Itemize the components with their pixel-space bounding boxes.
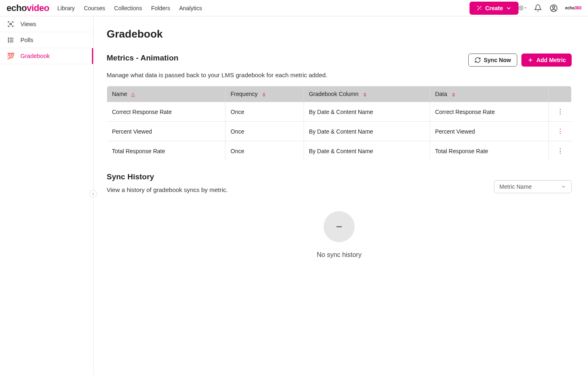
cell-name: Correct Response Rate (107, 102, 226, 122)
top-nav: Library Courses Collections Folders Anal… (57, 5, 464, 11)
cell-frequency: Once (226, 122, 304, 141)
col-header-gradebook-column[interactable]: Gradebook Column (304, 86, 430, 102)
cell-column: By Date & Content Name (304, 102, 430, 122)
cell-name: Percent Viewed (107, 122, 226, 141)
notifications-icon[interactable] (534, 4, 542, 12)
main-content: Gradebook Metrics - Animation Sync Now A… (94, 16, 588, 375)
sidebar-item-label: Polls (20, 37, 33, 43)
empty-state-icon (324, 211, 355, 242)
metrics-title: Metrics - Animation (107, 54, 179, 62)
chevron-down-icon (505, 5, 512, 11)
nav-folders[interactable]: Folders (151, 5, 170, 11)
nav-analytics[interactable]: Analytics (179, 5, 202, 11)
cell-frequency: Once (226, 141, 304, 161)
col-header-name[interactable]: Name △ (107, 86, 226, 102)
create-button[interactable]: Create (470, 2, 519, 15)
cell-data: Total Response Rate (430, 141, 548, 161)
svg-point-0 (521, 7, 522, 9)
row-actions-menu[interactable]: ⋮ (557, 147, 563, 154)
logo[interactable]: echovideo (7, 3, 49, 13)
add-metric-label: Add Metric (537, 57, 566, 63)
metric-select-label: Metric Name (499, 183, 532, 190)
sort-icon (451, 92, 456, 97)
sync-history-title: Sync History (107, 172, 228, 181)
svg-point-5 (8, 38, 9, 39)
refresh-icon (474, 57, 481, 63)
svg-point-3 (552, 6, 554, 8)
sort-icon (362, 92, 367, 97)
metrics-subtitle: Manage what data is passed back to your … (107, 71, 572, 78)
table-row: Correct Response Rate Once By Date & Con… (107, 102, 572, 122)
plus-icon (527, 57, 534, 63)
sort-icon (262, 92, 266, 97)
cell-data: Correct Response Rate (430, 102, 548, 122)
sidebar-item-gradebook[interactable]: 💯 Gradebook (0, 48, 93, 64)
svg-marker-1 (525, 8, 526, 9)
sync-now-button[interactable]: Sync Now (468, 54, 517, 67)
row-actions-menu[interactable]: ⋮ (557, 128, 563, 135)
cell-frequency: Once (226, 102, 304, 122)
nav-courses[interactable]: Courses (84, 5, 105, 11)
sidebar-collapse-handle[interactable]: ‹ (89, 190, 97, 197)
svg-point-7 (8, 40, 9, 41)
svg-rect-8 (10, 40, 13, 40)
sidebar-item-views[interactable]: Views (0, 16, 93, 32)
page-title: Gradebook (107, 28, 572, 40)
empty-state-text: No sync history (107, 251, 572, 259)
magic-wand-icon (476, 5, 483, 11)
svg-point-4 (10, 23, 12, 25)
metrics-table: Name △ Frequency Gradebook Column (107, 86, 572, 161)
brand-mini: echo360 (565, 6, 581, 10)
cell-name: Total Response Rate (107, 141, 226, 161)
create-label: Create (485, 5, 503, 11)
table-row: Total Response Rate Once By Date & Conte… (107, 141, 572, 161)
sync-now-label: Sync Now (484, 57, 511, 63)
svg-rect-10 (10, 42, 13, 42)
svg-rect-6 (10, 38, 13, 39)
col-header-frequency[interactable]: Frequency (226, 86, 304, 102)
svg-point-9 (8, 41, 9, 42)
add-metric-button[interactable]: Add Metric (521, 54, 572, 67)
sort-asc-icon: △ (131, 92, 135, 97)
col-header-actions (549, 86, 572, 102)
sync-history-subtitle: View a history of gradebook syncs by met… (107, 186, 228, 193)
sidebar-item-label: Gradebook (20, 53, 50, 59)
chevron-down-icon (561, 184, 566, 190)
table-row: Percent Viewed Once By Date & Content Na… (107, 122, 572, 141)
nav-collections[interactable]: Collections (114, 5, 142, 11)
metric-name-select[interactable]: Metric Name (494, 180, 572, 193)
sidebar: Views Polls 💯 Gradebook ‹ (0, 16, 94, 375)
sync-history-empty-state: No sync history (107, 211, 572, 259)
logo-part1: echo (7, 3, 27, 13)
cell-column: By Date & Content Name (304, 141, 430, 161)
sidebar-item-polls[interactable]: Polls (0, 32, 93, 48)
polls-icon (7, 36, 15, 44)
views-icon (7, 20, 15, 28)
gradebook-icon: 💯 (7, 52, 15, 60)
cell-column: By Date & Content Name (304, 122, 430, 141)
row-actions-menu[interactable]: ⋮ (557, 108, 563, 115)
account-icon[interactable] (550, 4, 558, 12)
logo-part2: video (27, 3, 49, 13)
sidebar-item-label: Views (20, 21, 36, 27)
nav-library[interactable]: Library (57, 5, 75, 11)
chevron-left-icon: ‹ (92, 191, 94, 196)
col-header-data[interactable]: Data (430, 86, 548, 102)
settings-dropdown[interactable] (519, 4, 527, 12)
cell-data: Percent Viewed (430, 122, 548, 141)
